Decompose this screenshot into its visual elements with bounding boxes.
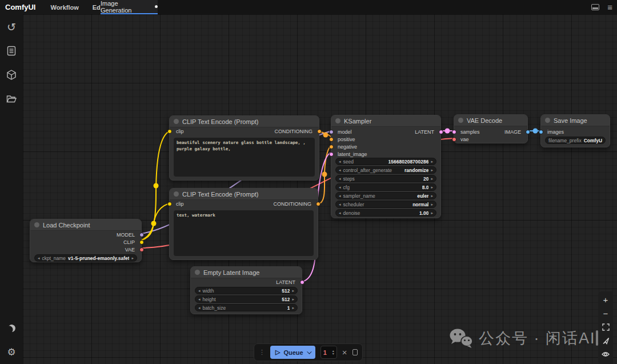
prev-arrow-icon[interactable]: ◂: [339, 168, 341, 173]
sampler-name-widget[interactable]: ◂ sampler_name euler ▸: [335, 192, 436, 199]
node-vae-decode[interactable]: VAE Decode samples IMAGE vae: [454, 114, 528, 143]
collapse-dot-icon[interactable]: [335, 118, 340, 123]
clear-queue-icon[interactable]: ×: [342, 348, 347, 357]
control-after-generate-widget[interactable]: ◂ control_after_generate randomize ▸: [335, 166, 436, 174]
history-icon[interactable]: ↺: [0, 18, 23, 35]
cfg-widget[interactable]: ◂ cfg 8.0 ▸: [335, 183, 436, 191]
count-decrement-icon[interactable]: ▾: [332, 353, 334, 355]
vae-port-icon[interactable]: [452, 137, 456, 142]
zoom-in-icon[interactable]: +: [599, 293, 612, 306]
collapse-dot-icon[interactable]: [174, 191, 179, 197]
zoom-out-icon[interactable]: −: [599, 306, 612, 320]
latent-port-icon[interactable]: [300, 280, 305, 285]
ckpt-name-widget[interactable]: ◂ ckpt_name v1-5-pruned-emaonly.safete..…: [34, 254, 137, 262]
model-port-icon[interactable]: [139, 233, 144, 237]
input-latent-image[interactable]: latent_image: [331, 150, 440, 158]
prev-arrow-icon[interactable]: ◂: [339, 194, 341, 198]
next-arrow-icon[interactable]: ▸: [292, 289, 294, 293]
collapse-dot-icon[interactable]: [458, 118, 463, 123]
toggle-panel-icon[interactable]: [591, 4, 599, 10]
image-port-icon[interactable]: [526, 130, 530, 134]
filename-prefix-widget[interactable]: filename_prefix ComfyUI: [545, 137, 606, 144]
scheduler-widget[interactable]: ◂ scheduler normal ▸: [335, 201, 436, 208]
next-arrow-icon[interactable]: ▸: [431, 202, 433, 207]
next-arrow-icon[interactable]: ▸: [131, 256, 134, 261]
collapse-dot-icon[interactable]: [174, 119, 179, 124]
next-arrow-icon[interactable]: ▸: [292, 297, 294, 302]
node-title[interactable]: Save Image: [541, 115, 610, 126]
input-vae[interactable]: vae: [454, 135, 527, 143]
link-dot[interactable]: [323, 133, 328, 138]
drag-handle-icon[interactable]: ⋮: [259, 349, 265, 355]
select-mode-icon[interactable]: [599, 334, 612, 347]
prompt-textarea[interactable]: beautiful scenery nature glass bottle la…: [174, 138, 315, 177]
collapse-dot-icon[interactable]: [545, 118, 550, 123]
conditioning-port-icon[interactable]: [316, 202, 320, 206]
theme-toggle-icon[interactable]: [0, 319, 23, 337]
node-ksampler[interactable]: KSampler model positive negative latent_…: [331, 115, 441, 218]
clip-port-icon[interactable]: [167, 129, 172, 134]
next-arrow-icon[interactable]: ▸: [431, 168, 433, 173]
steps-widget[interactable]: ◂ steps 20 ▸: [335, 175, 436, 182]
output-vae[interactable]: VAE: [30, 246, 141, 253]
prev-arrow-icon[interactable]: ◂: [198, 306, 201, 310]
next-arrow-icon[interactable]: ▸: [431, 177, 433, 181]
denoise-widget[interactable]: ◂ denoise 1.00 ▸: [335, 209, 436, 217]
prev-arrow-icon[interactable]: ◂: [198, 289, 201, 293]
link-dot[interactable]: [154, 183, 159, 189]
next-arrow-icon[interactable]: ▸: [431, 185, 433, 190]
node-library-icon[interactable]: [0, 42, 23, 59]
prev-arrow-icon[interactable]: ◂: [38, 256, 40, 261]
hamburger-menu-icon[interactable]: ≡: [607, 3, 612, 11]
output-latent[interactable]: LATENT: [395, 128, 440, 135]
prev-arrow-icon[interactable]: ◂: [339, 159, 341, 164]
tab-image-generation[interactable]: Image Generation: [101, 0, 158, 14]
prompt-textarea[interactable]: text, watermark: [174, 210, 314, 256]
latent-port-icon[interactable]: [439, 130, 443, 134]
next-arrow-icon[interactable]: ▸: [431, 194, 433, 198]
node-title[interactable]: Load Checkpoint: [30, 219, 141, 231]
batch-size-widget[interactable]: ◂ batch_size 1 ▸: [195, 304, 298, 311]
node-save-image[interactable]: Save Image images filename_prefix ComfyU…: [540, 114, 610, 147]
node-empty-latent-image[interactable]: Empty Latent Image LATENT ◂ width 512 ▸ …: [190, 266, 302, 314]
input-positive[interactable]: positive: [331, 135, 440, 143]
prev-arrow-icon[interactable]: ◂: [339, 177, 341, 181]
model-port-icon[interactable]: [329, 130, 334, 134]
clip-port-icon[interactable]: [167, 202, 172, 206]
node-title[interactable]: KSampler: [331, 115, 440, 127]
menu-workflow[interactable]: Workflow: [43, 4, 85, 11]
seed-widget[interactable]: ◂ seed 156680208700286 ▸: [335, 158, 436, 165]
clip-port-icon[interactable]: [139, 240, 144, 245]
width-widget[interactable]: ◂ width 512 ▸: [195, 287, 298, 294]
collapse-dot-icon[interactable]: [34, 222, 39, 227]
link-dot[interactable]: [322, 172, 327, 177]
node-title[interactable]: VAE Decode: [454, 115, 527, 126]
collapse-dot-icon[interactable]: [195, 270, 200, 275]
canvas-scrollbar[interactable]: [596, 330, 598, 346]
queue-dropdown-chevron-icon[interactable]: [307, 349, 311, 354]
node-title[interactable]: CLIP Text Encode (Prompt): [170, 116, 319, 127]
conditioning-port-icon[interactable]: [329, 145, 334, 149]
latent-port-icon[interactable]: [329, 152, 334, 157]
workflows-folder-icon[interactable]: [0, 90, 23, 107]
link-dot[interactable]: [533, 129, 538, 134]
output-model[interactable]: MODEL: [30, 231, 141, 238]
queue-button[interactable]: ▷ Queue: [270, 346, 315, 359]
output-latent[interactable]: LATENT: [191, 278, 302, 286]
prev-arrow-icon[interactable]: ◂: [339, 185, 341, 190]
input-negative[interactable]: negative: [331, 143, 440, 150]
latent-port-icon[interactable]: [452, 130, 456, 134]
stop-icon[interactable]: [352, 349, 358, 355]
prev-arrow-icon[interactable]: ◂: [339, 202, 341, 207]
image-port-icon[interactable]: [539, 130, 543, 134]
prev-arrow-icon[interactable]: ◂: [198, 297, 201, 302]
next-arrow-icon[interactable]: ▸: [431, 159, 433, 164]
settings-gear-icon[interactable]: ⚙: [0, 343, 23, 361]
link-dot[interactable]: [445, 129, 450, 134]
prev-arrow-icon[interactable]: ◂: [339, 211, 341, 215]
node-clip-text-encode-negative[interactable]: CLIP Text Encode (Prompt) clip CONDITION…: [169, 188, 318, 260]
output-clip[interactable]: CLIP: [30, 238, 141, 246]
model-library-icon[interactable]: [0, 66, 23, 83]
height-widget[interactable]: ◂ height 512 ▸: [195, 295, 298, 303]
input-images[interactable]: images: [541, 128, 610, 135]
